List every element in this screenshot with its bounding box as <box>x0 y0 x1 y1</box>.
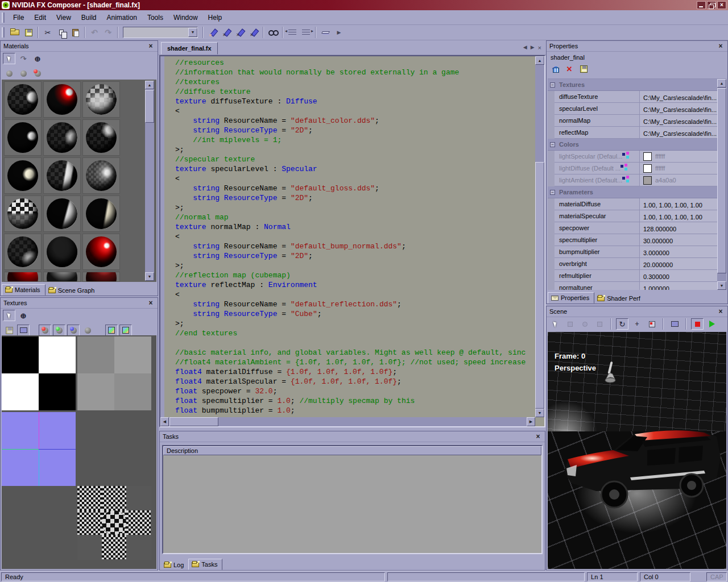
tab-scroll-left-icon[interactable]: ◀ <box>523 44 527 51</box>
code-line[interactable]: //resources <box>175 58 534 68</box>
layers-button[interactable] <box>318 26 332 39</box>
tab-log[interactable]: Log <box>161 560 188 570</box>
property-value[interactable]: 1.00, 1.00, 1.00, 1.00 <box>640 210 726 222</box>
code-line[interactable]: float specpower = 32.0; <box>175 386 534 396</box>
code-line[interactable]: < <box>175 106 534 116</box>
animation-stop-button[interactable] <box>691 318 704 330</box>
code-line[interactable]: string ResourceType = "2D"; <box>175 251 534 261</box>
textures-zoom-button[interactable]: ⊕ <box>17 310 30 321</box>
cut-button[interactable]: ✂ <box>41 26 55 39</box>
code-editor[interactable]: //resources//information that would norm… <box>159 55 545 427</box>
material-preview[interactable] <box>4 157 42 194</box>
property-value[interactable]: a4a0a0 <box>640 174 726 186</box>
code-line[interactable]: float4 materialSpecular = {1.0f, 1.0f, 1… <box>175 377 534 386</box>
menu-window[interactable]: Window <box>168 11 203 24</box>
color-swatch[interactable] <box>643 152 652 161</box>
code-line[interactable]: < <box>175 232 534 242</box>
code-text[interactable]: //resources//information that would norm… <box>175 58 534 416</box>
menu-build[interactable]: Build <box>76 11 102 24</box>
scene-bounds-button[interactable] <box>593 318 606 330</box>
section-header-textures[interactable]: −Textures <box>548 79 726 91</box>
editor-hscroll-thumb[interactable] <box>169 417 218 426</box>
code-line[interactable]: //specular texture <box>175 155 534 164</box>
properties-scrollbar[interactable]: ▲ ▼ <box>717 79 726 290</box>
find-button[interactable] <box>266 26 280 39</box>
material-preview[interactable] <box>4 81 42 118</box>
code-line[interactable]: < <box>175 290 534 300</box>
toolbar-combobox[interactable]: ▼ <box>123 27 198 38</box>
minimize-button[interactable] <box>697 1 706 9</box>
menu-tools[interactable]: Tools <box>142 11 168 24</box>
material-preview[interactable] <box>43 157 81 194</box>
code-line[interactable]: //diffuse texture <box>175 87 534 97</box>
property-value[interactable]: C:\My_Cars\escalade\fin... <box>640 91 726 102</box>
material-preview[interactable] <box>43 196 81 232</box>
normal-map-texture-preview[interactable] <box>2 412 76 486</box>
property-value[interactable]: 30.000000 <box>640 234 726 246</box>
code-line[interactable]: string ResourceName = "default_bump_norm… <box>175 242 534 251</box>
material-preview[interactable] <box>82 81 120 118</box>
textures-select-button[interactable] <box>3 310 15 321</box>
editor-vscroll-thumb[interactable] <box>535 162 544 409</box>
code-line[interactable]: texture specularLevel : Specular <box>175 164 534 174</box>
material-preview[interactable] <box>4 196 42 232</box>
materials-scrollbar[interactable]: ▲ ▼ <box>145 81 154 281</box>
scene-viewport[interactable]: Frame: 0 Perspective <box>548 332 726 569</box>
menu-view[interactable]: View <box>51 11 76 24</box>
code-line[interactable]: //end textures <box>175 329 534 338</box>
material-preview[interactable] <box>43 81 81 118</box>
code-line[interactable]: //float4 materialAmbient = {1.0f, 1.0f, … <box>175 357 534 367</box>
code-line[interactable]: float specmultiplier = 1.0; //multiply s… <box>175 396 534 406</box>
scene-pan-camera-button[interactable]: + <box>631 318 643 330</box>
code-line[interactable]: >; <box>175 145 534 155</box>
property-value[interactable]: C:\My_Cars\escalade\fin... <box>640 127 726 138</box>
code-line[interactable]: texture diffuseTexture : Diffuse <box>175 97 534 106</box>
materials-zoom-button[interactable]: ⊕ <box>31 53 44 64</box>
scroll-down-icon[interactable]: ▼ <box>145 272 154 281</box>
textures-save-button[interactable] <box>3 325 15 336</box>
pen-button[interactable] <box>247 26 260 39</box>
pen-button[interactable] <box>220 26 233 39</box>
menu-grip[interactable] <box>2 13 5 23</box>
tab-materials[interactable]: Materials <box>2 284 46 296</box>
more-button[interactable]: ▶ <box>332 26 346 39</box>
code-line[interactable]: string ResourceType = "2D"; <box>175 126 534 135</box>
tasks-close-icon[interactable]: × <box>534 433 542 440</box>
scroll-left-icon[interactable]: ◀ <box>160 417 169 426</box>
alpha-channel-button[interactable] <box>81 325 94 336</box>
code-line[interactable]: texture normalMap : Normal <box>175 222 534 232</box>
blue-channel-button[interactable] <box>67 325 80 336</box>
editor-vscrollbar[interactable]: ▲ ▼ <box>535 56 544 417</box>
restore-button[interactable] <box>707 1 716 9</box>
code-line[interactable]: //textures <box>175 77 534 87</box>
menu-file[interactable]: File <box>8 11 29 24</box>
code-line[interactable]: float4 materialDiffuse = {1.0f, 1.0f, 1.… <box>175 367 534 377</box>
code-line[interactable]: >; <box>175 319 534 329</box>
scroll-up-icon[interactable]: ▲ <box>717 79 726 88</box>
escalade-car-model[interactable] <box>562 405 726 518</box>
code-line[interactable]: >; <box>175 261 534 271</box>
textures-close-icon[interactable]: × <box>147 299 155 307</box>
light-gizmo[interactable] <box>602 360 619 385</box>
pen-button[interactable] <box>233 26 247 39</box>
open-button[interactable] <box>8 26 22 39</box>
property-value[interactable]: 3.000000 <box>640 246 726 257</box>
code-line[interactable]: //information that would normally be sto… <box>175 68 534 77</box>
scroll-right-icon[interactable]: ▶ <box>527 417 535 426</box>
code-line[interactable]: //int miplevels = 1; <box>175 135 534 145</box>
copy-button[interactable] <box>55 26 68 39</box>
paste-button[interactable] <box>68 26 82 39</box>
material-preview[interactable] <box>82 272 120 282</box>
color-swatch[interactable] <box>643 176 652 185</box>
menu-edit[interactable]: Edit <box>29 11 51 24</box>
code-line[interactable]: float bumpmultiplier = 1.0; <box>175 406 534 415</box>
green-channel-button[interactable] <box>53 325 65 336</box>
property-value[interactable]: 1.00, 1.00, 1.00, 1.00 <box>640 198 726 210</box>
scene-translate-object-button[interactable] <box>564 318 576 330</box>
material-preview[interactable] <box>82 234 120 270</box>
code-line[interactable]: float overbright = 1.0; <box>175 415 534 416</box>
toolbar-grip[interactable] <box>2 27 5 38</box>
code-line[interactable]: string ResourceName = "default_color.dds… <box>175 116 534 126</box>
property-value[interactable]: C:\My_Cars\escalade\fin... <box>640 115 726 126</box>
redo-button[interactable]: ↷ <box>101 26 115 39</box>
